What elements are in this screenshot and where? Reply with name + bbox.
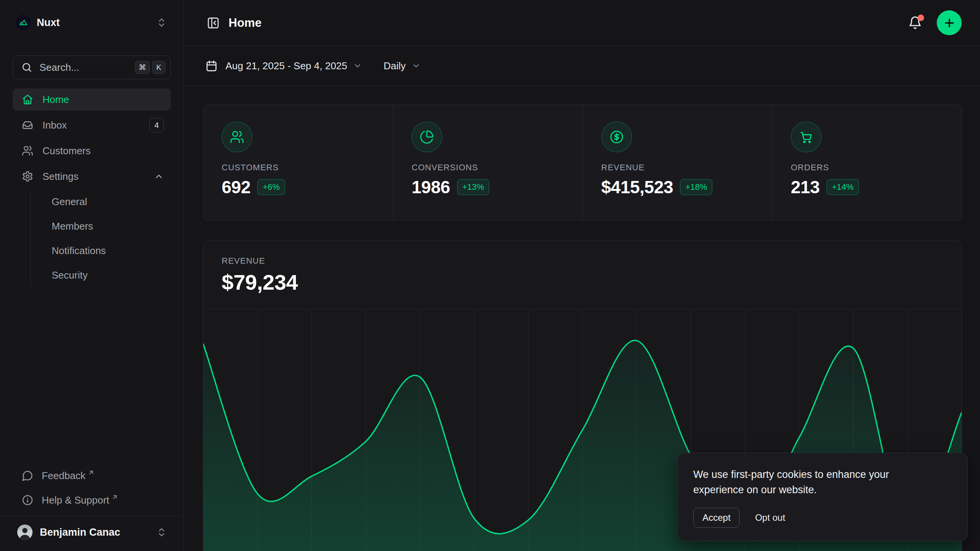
stat-value: 1986 bbox=[412, 177, 450, 197]
user-name: Benjamin Canac bbox=[40, 527, 156, 538]
pie-chart-icon bbox=[412, 122, 442, 152]
granularity-value: Daily bbox=[384, 60, 406, 72]
sidebar-item-notifications[interactable]: Notifications bbox=[31, 240, 171, 261]
info-circle-icon bbox=[22, 494, 34, 506]
avatar bbox=[17, 525, 33, 540]
notifications-button[interactable] bbox=[906, 14, 924, 32]
date-range-picker[interactable]: Aug 21, 2025 - Sep 4, 2025 bbox=[205, 60, 362, 72]
chevron-down-icon bbox=[353, 61, 362, 70]
settings-subnav: General Members Notifications Security bbox=[30, 191, 171, 286]
stats-row: CUSTOMERS 692 +6% CONVERSIONS 1986 +13% bbox=[203, 104, 962, 221]
stat-label: ORDERS bbox=[791, 163, 943, 173]
stat-label: CUSTOMERS bbox=[222, 163, 374, 173]
main-area: Home Aug 21, 2025 - Sep 4, 2025 bbox=[184, 0, 980, 551]
sidebar-item-label: Settings bbox=[42, 171, 154, 183]
stat-delta-badge: +18% bbox=[680, 179, 712, 195]
sidebar-divider bbox=[0, 516, 183, 517]
chevron-up-down-icon bbox=[156, 17, 167, 28]
home-icon bbox=[22, 94, 34, 105]
revenue-chart-total: $79,234 bbox=[222, 270, 943, 295]
search-icon bbox=[21, 62, 32, 73]
optout-cookies-button[interactable]: Opt out bbox=[755, 512, 785, 523]
stat-label: REVENUE bbox=[601, 163, 754, 173]
sidebar-item-inbox[interactable]: Inbox 4 bbox=[13, 114, 171, 136]
sidebar-item-settings[interactable]: Settings bbox=[13, 165, 171, 187]
nuxt-logo-icon bbox=[16, 15, 31, 30]
sidebar-item-members[interactable]: Members bbox=[31, 215, 171, 237]
page-content: CUSTOMERS 692 +6% CONVERSIONS 1986 +13% bbox=[184, 86, 980, 551]
chat-bubble-icon bbox=[22, 470, 34, 481]
team-name: Nuxt bbox=[37, 17, 156, 29]
sidebar-item-label: Notifications bbox=[52, 245, 164, 257]
users-icon bbox=[222, 122, 252, 152]
stat-customers[interactable]: CUSTOMERS 692 +6% bbox=[203, 105, 393, 220]
granularity-select[interactable]: Daily bbox=[384, 60, 421, 72]
sidebar-item-label: Inbox bbox=[42, 119, 149, 131]
accept-cookies-button[interactable]: Accept bbox=[693, 508, 740, 528]
chevron-down-icon bbox=[412, 61, 421, 70]
sidebar-item-label: General bbox=[52, 196, 164, 208]
sidebar: Nuxt Search... ⌘ K Home bbox=[0, 0, 184, 551]
sidebar-footer: Feedback Help & Support Benjami bbox=[13, 465, 171, 545]
team-switcher[interactable]: Nuxt bbox=[13, 11, 171, 34]
revenue-chart-label: REVENUE bbox=[222, 256, 943, 266]
kbd-k: K bbox=[152, 61, 165, 74]
help-support-link[interactable]: Help & Support bbox=[13, 489, 171, 511]
feedback-link[interactable]: Feedback bbox=[13, 465, 171, 486]
stat-orders[interactable]: ORDERS 213 +14% bbox=[772, 105, 962, 220]
kbd-meta: ⌘ bbox=[135, 61, 150, 74]
cookie-banner: We use first-party cookies to enhance yo… bbox=[678, 453, 968, 541]
stat-value: $415,523 bbox=[601, 177, 673, 197]
sidebar-item-label: Members bbox=[52, 220, 164, 232]
plus-icon bbox=[943, 16, 956, 29]
filters-toolbar: Aug 21, 2025 - Sep 4, 2025 Daily bbox=[184, 46, 980, 86]
stat-revenue[interactable]: REVENUE $415,523 +18% bbox=[583, 105, 772, 220]
sidebar-item-label: Home bbox=[42, 94, 164, 106]
external-link-icon bbox=[111, 494, 118, 500]
stat-delta-badge: +14% bbox=[826, 179, 859, 195]
chevron-up-icon bbox=[154, 171, 164, 181]
sidebar-item-home[interactable]: Home bbox=[13, 88, 171, 111]
app-screen: Nuxt Search... ⌘ K Home bbox=[0, 0, 980, 551]
stat-value: 692 bbox=[222, 177, 250, 197]
unread-dot bbox=[918, 15, 924, 21]
inbox-icon bbox=[22, 119, 34, 131]
panel-left-close-icon bbox=[206, 16, 220, 30]
cookie-message: We use first-party cookies to enhance yo… bbox=[693, 467, 929, 497]
inbox-unread-badge: 4 bbox=[149, 118, 164, 132]
search-input[interactable]: Search... ⌘ K bbox=[13, 55, 171, 79]
stat-conversions[interactable]: CONVERSIONS 1986 +13% bbox=[393, 105, 582, 220]
search-placeholder: Search... bbox=[39, 62, 132, 73]
add-button[interactable] bbox=[937, 10, 962, 35]
sidebar-item-security[interactable]: Security bbox=[31, 264, 171, 286]
external-link-icon bbox=[88, 469, 95, 476]
sidebar-item-label: Security bbox=[52, 269, 164, 281]
stat-delta-badge: +13% bbox=[457, 179, 490, 195]
stat-delta-badge: +6% bbox=[257, 179, 285, 195]
feedback-label: Feedback bbox=[42, 470, 85, 482]
dollar-circle-icon bbox=[601, 122, 632, 152]
user-menu[interactable]: Benjamin Canac bbox=[13, 520, 171, 545]
sidebar-item-label: Customers bbox=[42, 145, 164, 157]
users-icon bbox=[22, 145, 34, 156]
page-title: Home bbox=[229, 16, 261, 30]
help-support-label: Help & Support bbox=[42, 494, 109, 506]
calendar-icon bbox=[205, 60, 218, 72]
cart-icon bbox=[791, 122, 822, 152]
stat-value: 213 bbox=[791, 177, 820, 197]
stat-label: CONVERSIONS bbox=[412, 163, 564, 173]
sidebar-collapse-button[interactable] bbox=[204, 14, 222, 32]
sidebar-item-general[interactable]: General bbox=[31, 191, 171, 212]
sidebar-item-customers[interactable]: Customers bbox=[13, 140, 171, 162]
page-header: Home bbox=[184, 0, 980, 46]
chevron-up-down-icon bbox=[156, 527, 167, 538]
gear-icon bbox=[22, 171, 34, 182]
date-range-value: Aug 21, 2025 - Sep 4, 2025 bbox=[225, 60, 347, 72]
sidebar-nav: Home Inbox 4 Customers Settings bbox=[13, 88, 171, 289]
